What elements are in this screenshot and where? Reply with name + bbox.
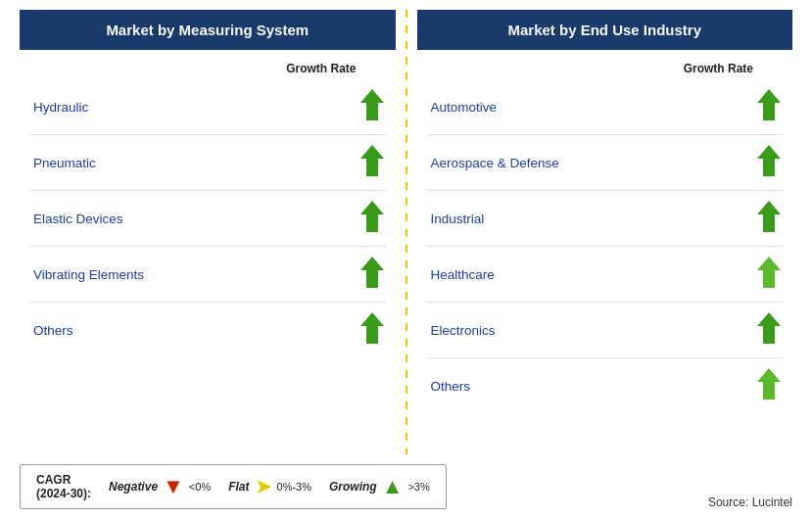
list-item: Vibrating Elements [29, 247, 386, 303]
list-item: Elastic Devices [29, 191, 386, 247]
up-arrow-icon [755, 310, 783, 350]
svg-marker-3 [360, 257, 384, 288]
item-label: Others [431, 379, 471, 394]
up-arrow-icon [755, 87, 783, 126]
left-growth-label: Growth Rate [286, 62, 356, 75]
item-label: Electronics [431, 323, 496, 338]
svg-marker-8 [757, 257, 781, 288]
right-panel: Market by End Use Industry Growth Rate A… [417, 10, 793, 454]
legend-growing-label: Growing [329, 480, 377, 494]
svg-marker-9 [757, 312, 781, 344]
item-label: Aerospace & Defense [431, 156, 559, 170]
up-arrow-icon [755, 143, 783, 182]
svg-marker-6 [757, 145, 781, 176]
page-container: Market by Measuring System Growth Rate H… [0, 0, 812, 519]
item-label: Hydraulic [33, 100, 88, 115]
list-item: Others [427, 358, 784, 413]
panel-divider [406, 10, 407, 454]
item-label: Industrial [431, 212, 485, 226]
right-growth-label-row: Growth Rate [427, 62, 784, 75]
svg-marker-7 [757, 201, 781, 232]
legend-flat-range: 0%-3% [277, 481, 311, 493]
item-label: Others [33, 323, 73, 338]
left-panel: Market by Measuring System Growth Rate H… [20, 10, 396, 454]
charts-row: Market by Measuring System Growth Rate H… [20, 10, 792, 454]
up-arrow-icon [358, 199, 386, 238]
svg-marker-4 [360, 312, 384, 344]
legend-flat-label: Flat [228, 480, 249, 494]
footer-row: CAGR (2024-30): Negative ▼ <0% Flat ➤ 0%… [20, 456, 792, 509]
legend-negative-range: <0% [189, 481, 211, 493]
left-growth-label-row: Growth Rate [29, 62, 386, 75]
up-arrow-icon [358, 143, 386, 182]
source-label: Source: Lucintel [708, 495, 792, 509]
list-item: Pneumatic [29, 135, 386, 191]
svg-marker-2 [360, 201, 384, 232]
item-label: Automotive [431, 100, 498, 115]
list-item: Electronics [427, 303, 784, 358]
item-label: Elastic Devices [33, 212, 123, 226]
list-item: Hydraulic [29, 79, 386, 135]
legend-growing-range: >3% [407, 481, 429, 493]
list-item: Others [29, 303, 386, 357]
down-arrow-red-icon: ▼ [163, 476, 184, 497]
svg-marker-5 [757, 89, 781, 120]
right-panel-header: Market by End Use Industry [417, 10, 793, 50]
left-panel-body: Growth Rate Hydraulic Pneumatic [20, 50, 396, 454]
right-panel-body: Growth Rate Automotive Aerospace & Defen… [417, 50, 793, 454]
svg-marker-10 [757, 368, 781, 400]
right-arrow-yellow-icon: ➤ [255, 476, 272, 497]
up-arrow-icon [358, 255, 386, 294]
left-panel-header: Market by Measuring System [20, 10, 396, 50]
item-label: Vibrating Elements [33, 267, 144, 282]
left-panel-title: Market by Measuring System [106, 22, 309, 38]
list-item: Healthcare [427, 247, 784, 303]
list-item: Aerospace & Defense [427, 135, 784, 191]
svg-marker-0 [360, 89, 384, 120]
svg-marker-1 [360, 145, 384, 176]
up-arrow-icon [358, 87, 386, 126]
legend-item-flat: Flat ➤ 0%-3% [228, 476, 311, 497]
right-growth-label: Growth Rate [684, 62, 753, 75]
legend-cagr: CAGR (2024-30): [36, 473, 91, 500]
item-label: Healthcare [431, 267, 495, 282]
up-arrow-green-icon: ▲ [382, 476, 404, 497]
up-arrow-icon [755, 199, 783, 238]
up-arrow-icon [755, 255, 783, 294]
legend-item-growing: Growing ▲ >3% [329, 476, 430, 497]
legend-negative-label: Negative [109, 480, 158, 494]
legend-item-negative: Negative ▼ <0% [109, 476, 211, 497]
list-item: Automotive [427, 79, 784, 135]
item-label: Pneumatic [33, 156, 96, 170]
up-arrow-icon [755, 366, 783, 405]
up-arrow-icon [358, 310, 386, 350]
legend-box: CAGR (2024-30): Negative ▼ <0% Flat ➤ 0%… [20, 464, 447, 509]
list-item: Industrial [427, 191, 784, 247]
right-panel-title: Market by End Use Industry [507, 22, 701, 38]
